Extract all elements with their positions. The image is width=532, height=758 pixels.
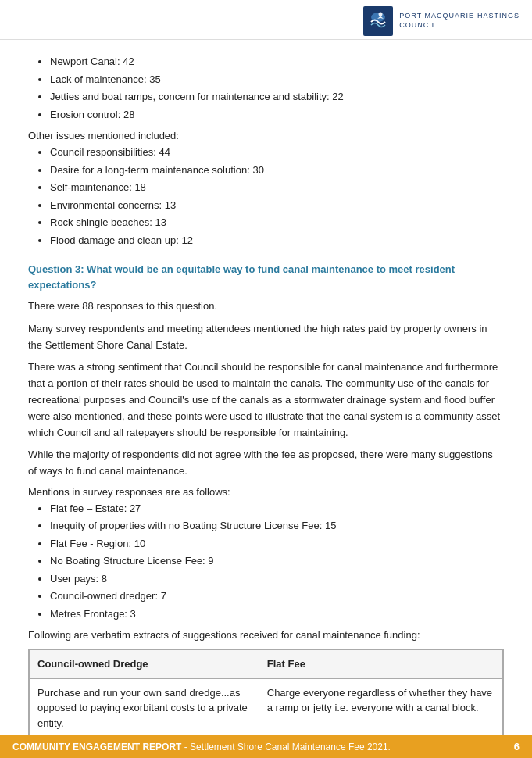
list-item: Council-owned dredger: 7 — [50, 588, 504, 604]
table-cell-header: Flat Fee — [259, 650, 502, 679]
table-row: Council-owned Dredge Flat Fee — [30, 650, 503, 679]
footer-label-bold: COMMUNITY ENGAGEMENT REPORT — [12, 742, 181, 753]
page-footer: COMMUNITY ENGAGEMENT REPORT - Settlement… — [0, 735, 532, 758]
verbatim-label: Following are verbatim extracts of sugge… — [28, 629, 504, 641]
list-item: Self-maintenance: 18 — [50, 180, 504, 195]
para2: There was a strong sentiment that Counci… — [28, 359, 504, 441]
table-cell-body: Purchase and run your own sand dredge...… — [30, 678, 259, 738]
list-item: Council responsibilities: 44 — [50, 145, 504, 160]
list-item: Jetties and boat ramps, concern for main… — [50, 89, 504, 105]
mentions-label: Mentions in survey responses are as foll… — [28, 486, 504, 498]
list-item: Newport Canal: 42 — [50, 54, 504, 70]
main-content: Newport Canal: 42 Lack of maintenance: 3… — [0, 40, 532, 758]
footer-text: COMMUNITY ENGAGEMENT REPORT - Settlement… — [12, 742, 391, 753]
list-item: Flat Fee - Region: 10 — [50, 536, 504, 552]
mentions-list: Flat fee – Estate: 27 Inequity of proper… — [28, 501, 504, 622]
logo-area: PORT MACQUARIE-HASTINGS COUNCIL — [363, 6, 520, 36]
response-count: There were 88 responses to this question… — [28, 299, 504, 315]
list-item: Desire for a long-term maintenance solut… — [50, 163, 504, 178]
footer-page-number: 6 — [514, 741, 520, 753]
list-item: Metres Frontage: 3 — [50, 606, 504, 622]
table-cell-body: Charge everyone regardless of whether th… — [259, 678, 502, 738]
list-item: Erosion control: 28 — [50, 107, 504, 123]
table-row: Purchase and run your own sand dredge...… — [30, 678, 503, 738]
list-item: Inequity of properties with no Boating S… — [50, 518, 504, 534]
logo-text: PORT MACQUARIE-HASTINGS COUNCIL — [399, 12, 520, 30]
other-issues-label: Other issues mentioned included: — [28, 130, 504, 141]
list-item: User pays: 8 — [50, 571, 504, 587]
para3: While the majority of respondents did no… — [28, 447, 504, 480]
para1: Many survey respondents and meeting atte… — [28, 321, 504, 354]
table-cell-header: Council-owned Dredge — [30, 650, 259, 679]
list-item: Flood damage and clean up: 12 — [50, 233, 504, 248]
list-item: Lack of maintenance: 35 — [50, 72, 504, 88]
list-item: Rock shingle beaches: 13 — [50, 215, 504, 231]
council-logo-icon — [363, 6, 393, 36]
other-bullets-list: Council responsibilities: 44 Desire for … — [28, 145, 504, 248]
list-item: No Boating Structure License Fee: 9 — [50, 553, 504, 569]
page-header: PORT MACQUARIE-HASTINGS COUNCIL — [0, 0, 532, 40]
footer-label-rest: - Settlement Shore Canal Maintenance Fee… — [181, 742, 391, 753]
list-item: Environmental concerns: 13 — [50, 198, 504, 213]
question-heading: Question 3: What would be an equitable w… — [28, 262, 504, 292]
svg-point-2 — [379, 13, 383, 16]
main-bullets-list: Newport Canal: 42 Lack of maintenance: 3… — [28, 54, 504, 122]
list-item: Flat fee – Estate: 27 — [50, 501, 504, 517]
